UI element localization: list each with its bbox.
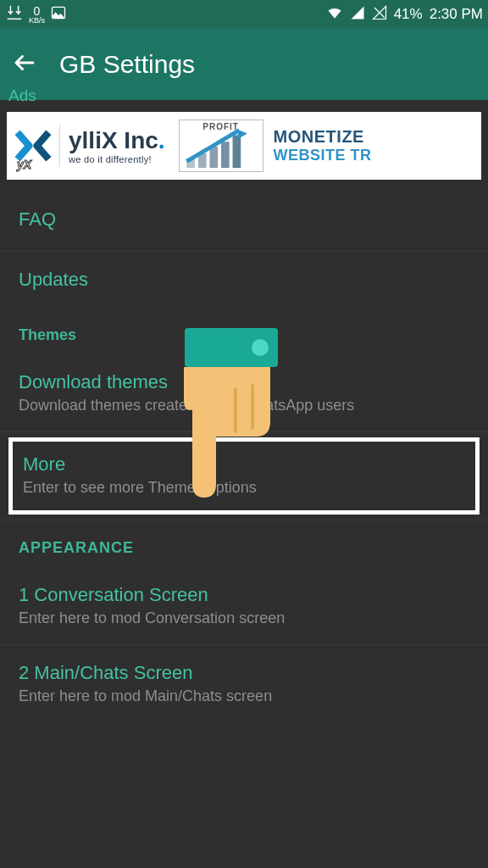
item-subtitle: Download themes created by GBWhatsApp us… — [19, 397, 469, 415]
wifi-icon — [326, 4, 343, 25]
battery-percent: 41% — [394, 6, 423, 23]
statusbar-right: 41% 2:30 PM — [326, 4, 483, 25]
svg-rect-4 — [221, 142, 230, 168]
signal-sim2-no-service-icon — [372, 5, 387, 24]
ad-cta-line2: WEBSITE TR — [274, 147, 478, 164]
ad-logo-icon — [7, 126, 59, 165]
item-subtitle: Enter to see more Themes options — [23, 479, 465, 497]
svg-rect-5 — [232, 135, 241, 168]
item-mainchats-screen[interactable]: 2 Main/Chats Screen Enter here to mod Ma… — [0, 645, 488, 722]
appbar-title: GB Settings — [59, 50, 195, 79]
ad-cta: MONETIZE WEBSITE TR — [269, 127, 481, 164]
item-title: 2 Main/Chats Screen — [19, 662, 469, 684]
ad-banner[interactable]: ylliX Inc. we do it differently! PROFIT … — [7, 112, 481, 180]
section-header-appearance: APPEARANCE — [0, 520, 488, 567]
settings-content: Ads ylliX Inc. we do it differently! PRO… — [0, 86, 488, 722]
statusbar: 0 KB/s 41% 2:30 PM — [0, 0, 488, 29]
item-conversation-screen[interactable]: 1 Conversation Screen Enter here to mod … — [0, 567, 488, 645]
back-icon[interactable] — [12, 50, 37, 79]
section-header-themes: Themes — [0, 308, 488, 354]
item-subtitle: Enter here to mod Conversation screen — [19, 609, 469, 627]
item-updates[interactable]: Updates — [0, 252, 488, 308]
statusbar-left: 0 KB/s — [5, 3, 67, 25]
ad-tagline: we do it differently! — [69, 154, 152, 164]
download-icon — [5, 3, 24, 25]
section-header-ads: Ads — [0, 86, 488, 105]
network-speed: 0 KB/s — [29, 5, 45, 25]
ad-brand-name: ylliX Inc. — [69, 127, 165, 154]
item-title: 1 Conversation Screen — [19, 584, 469, 606]
signal-sim1-icon — [350, 5, 365, 24]
image-icon — [50, 4, 67, 25]
item-title: Download themes — [19, 371, 469, 393]
item-download-themes[interactable]: Download themes Download themes created … — [0, 354, 488, 432]
network-speed-value: 0 — [34, 5, 41, 17]
item-title: More — [23, 453, 465, 476]
item-subtitle: Enter here to mod Main/Chats screen — [19, 687, 469, 705]
svg-rect-3 — [209, 147, 218, 168]
ad-cta-line1: MONETIZE — [274, 127, 478, 147]
item-title: Updates — [19, 269, 469, 291]
network-speed-unit: KB/s — [29, 17, 45, 25]
item-more[interactable]: More Enter to see more Themes options — [8, 437, 480, 515]
item-title: FAQ — [19, 209, 469, 231]
ad-chart-icon: PROFIT — [179, 120, 263, 172]
ad-brand: ylliX Inc. we do it differently! — [60, 127, 174, 164]
item-faq[interactable]: FAQ — [0, 188, 488, 252]
clock: 2:30 PM — [430, 6, 483, 23]
ad-badge: yX — [17, 158, 31, 171]
